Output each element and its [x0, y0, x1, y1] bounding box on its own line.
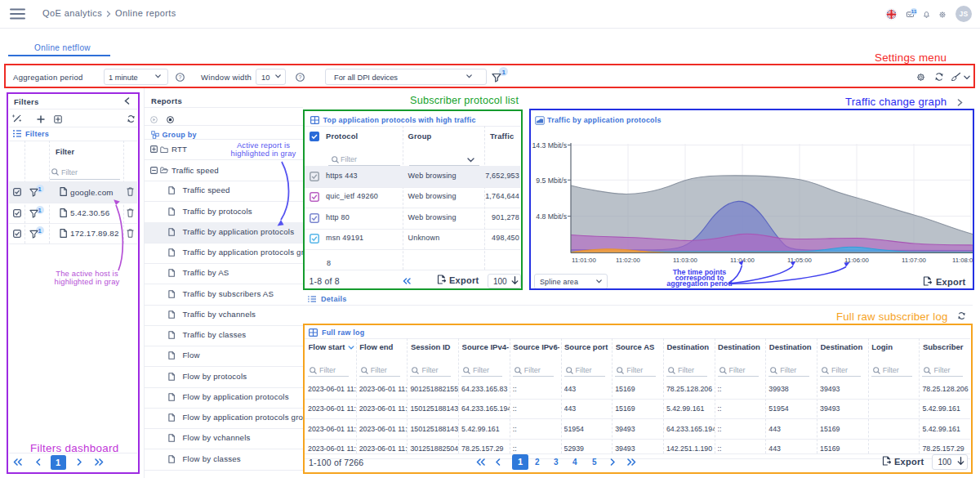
- svg-text:11:07:00: 11:07:00: [902, 257, 926, 264]
- svg-text:?: ?: [299, 74, 302, 80]
- svg-text:?: ?: [179, 74, 182, 80]
- svg-text:14.3 Mbit/s: 14.3 Mbit/s: [532, 141, 568, 150]
- svg-text:11:02:00: 11:02:00: [616, 257, 640, 264]
- svg-text:9.5 Mbit/s: 9.5 Mbit/s: [536, 176, 567, 185]
- svg-text:11:03:00: 11:03:00: [673, 257, 697, 264]
- svg-text:11:08:00: 11:08:00: [952, 257, 973, 264]
- svg-text:4.8 Mbit/s: 4.8 Mbit/s: [536, 212, 567, 221]
- svg-text:11:01:00: 11:01:00: [572, 257, 596, 264]
- svg-text:aggregation period: aggregation period: [666, 279, 732, 288]
